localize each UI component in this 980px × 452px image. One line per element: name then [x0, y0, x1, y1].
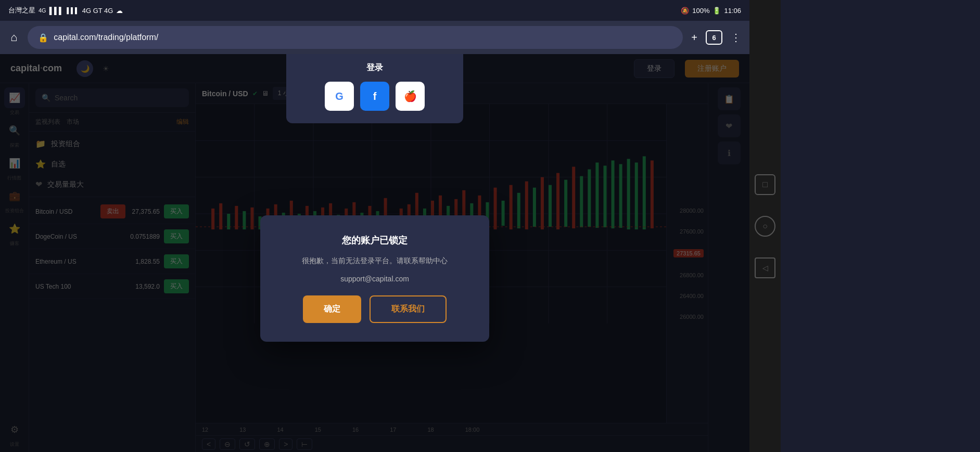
network-label: 4G [39, 7, 46, 14]
android-square-button[interactable]: □ [755, 174, 775, 195]
browser-chrome: ⌂ 🔒 capital.com/trading/platform/ + 6 ⋮ [0, 21, 749, 54]
browser-menu-button[interactable]: ⋮ [731, 31, 741, 44]
login-modal-title: 登录 [366, 62, 383, 73]
url-text: capital.com/trading/platform/ [54, 33, 158, 42]
locked-confirm-button[interactable]: 确定 [303, 295, 361, 323]
account-locked-dialog: 您的账户已锁定 很抱歉，当前无法登录平台。请联系帮助中心 support@cap… [260, 215, 489, 341]
new-tab-button[interactable]: + [691, 32, 697, 44]
status-left: 台灣之星 4G ▌▌▌ ▌▌▌ 4G GT 4G ☁ [8, 6, 123, 15]
facebook-login-button[interactable]: f [360, 82, 389, 111]
wifi-icon: ☁ [116, 7, 123, 15]
locked-title: 您的账户已锁定 [342, 234, 408, 246]
status-right: 🔕 100% 🔋 11:06 [681, 7, 741, 15]
home-button[interactable]: ⌂ [8, 29, 19, 46]
status-bar: 台灣之星 4G ▌▌▌ ▌▌▌ 4G GT 4G ☁ 🔕 100% 🔋 11:0… [0, 0, 749, 21]
google-login-button[interactable]: G [325, 82, 354, 111]
android-circle-button[interactable]: ○ [755, 216, 775, 237]
battery-label: 100% [692, 7, 709, 15]
login-modal: 登录 G f 🍎 [286, 54, 463, 123]
carrier-label: 台灣之星 [8, 6, 35, 15]
apple-login-button[interactable]: 🍎 [396, 82, 425, 111]
mute-icon: 🔕 [681, 7, 689, 15]
trading-platform: capital·com 🌙 ☀ 登录 注册账户 📈 交易 🔍 探索 [0, 54, 749, 452]
android-back-button[interactable]: ◁ [755, 257, 775, 278]
locked-dialog-actions: 确定 联系我们 [303, 295, 447, 323]
chrome-actions: + 6 ⋮ [691, 30, 741, 45]
time-label: 11:06 [724, 7, 741, 15]
lock-icon: 🔒 [38, 33, 48, 43]
battery-icon: 🔋 [712, 7, 721, 15]
locked-email: support@capital.com [340, 275, 409, 283]
signal-bars: ▌▌▌ [49, 7, 64, 15]
modal-overlay: 登录 G f 🍎 您的账户已锁定 很抱歉，当前无法登录平台。请联系帮助中心 su… [0, 54, 749, 452]
android-side-panel: □ ○ ◁ [749, 0, 781, 452]
network2-label: ▌▌▌ [67, 7, 79, 14]
locked-contact-button[interactable]: 联系我们 [370, 295, 447, 323]
social-login-buttons: G f 🍎 [325, 82, 425, 111]
speed-label: 4G GT 4G [82, 7, 113, 15]
address-bar[interactable]: 🔒 capital.com/trading/platform/ [28, 26, 683, 49]
tabs-count-badge[interactable]: 6 [706, 30, 722, 45]
locked-description: 很抱歉，当前无法登录平台。请联系帮助中心 [302, 254, 448, 266]
